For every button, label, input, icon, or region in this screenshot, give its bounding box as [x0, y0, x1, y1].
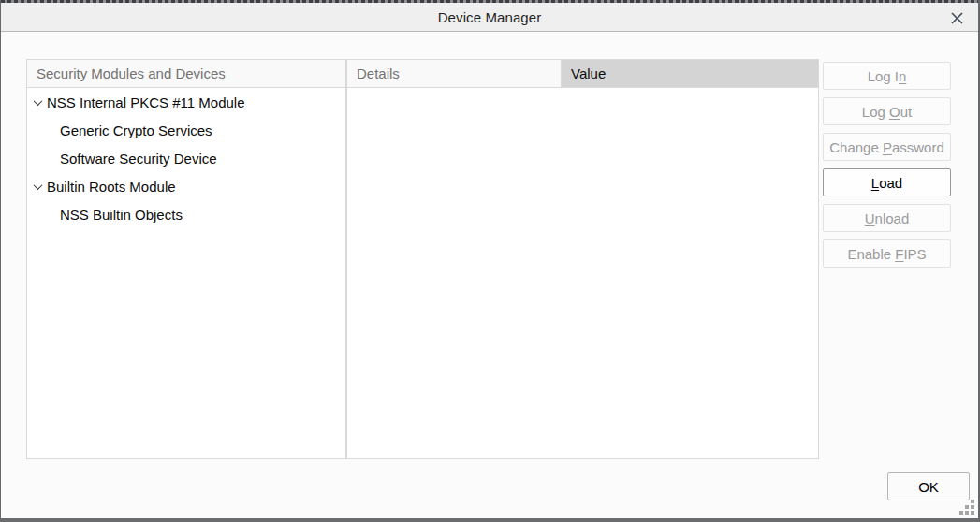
unload-button[interactable]: Unload: [823, 204, 951, 232]
close-button[interactable]: [943, 5, 971, 31]
tree-item-nss-internal-pkcs-11-module[interactable]: NSS Internal PKCS #11 Module: [27, 88, 345, 116]
column-header-value[interactable]: Value: [562, 60, 818, 87]
chevron-down-icon[interactable]: [34, 96, 43, 106]
log-out-button[interactable]: Log Out: [823, 97, 951, 125]
window-title: Device Manager: [438, 9, 542, 25]
close-icon: [951, 12, 963, 24]
tree-item-label: Software Security Device: [60, 151, 217, 167]
log-in-button[interactable]: Log In: [823, 62, 951, 90]
tree-item-label: NSS Builtin Objects: [60, 207, 183, 223]
device-manager-dialog: Device Manager Security Modules and Devi…: [0, 0, 980, 522]
enable-fips-button[interactable]: Enable FIPS: [823, 239, 951, 268]
details-header-row: Details Value: [347, 60, 818, 88]
tree-items: NSS Internal PKCS #11 ModuleGeneric Cryp…: [27, 88, 345, 228]
details-panel: Details Value: [346, 59, 819, 459]
tree-item-label: NSS Internal PKCS #11 Module: [47, 94, 245, 110]
chevron-down-icon[interactable]: [34, 181, 43, 190]
column-header-details[interactable]: Details: [347, 60, 562, 87]
column-header-security-modules[interactable]: Security Modules and Devices: [27, 60, 345, 87]
titlebar[interactable]: Device Manager: [1, 3, 978, 32]
tree-item-label: Generic Crypto Services: [60, 123, 212, 138]
side-button-column: Log InLog OutChange PasswordLoadUnloadEn…: [823, 62, 951, 275]
ok-button[interactable]: OK: [887, 472, 970, 500]
tree-item-builtin-roots-module[interactable]: Builtin Roots Module: [27, 172, 345, 200]
change-password-button[interactable]: Change Password: [823, 133, 951, 161]
load-button[interactable]: Load: [823, 168, 951, 196]
tree-item-label: Builtin Roots Module: [47, 179, 176, 195]
tree-item-nss-builtin-objects[interactable]: NSS Builtin Objects: [27, 200, 345, 228]
security-modules-tree-panel: Security Modules and Devices NSS Interna…: [26, 59, 346, 459]
resize-grip-icon[interactable]: [958, 500, 974, 516]
tree-item-software-security-device[interactable]: Software Security Device: [27, 144, 345, 172]
tree-item-generic-crypto-services[interactable]: Generic Crypto Services: [27, 116, 345, 144]
tree-header-row: Security Modules and Devices: [27, 60, 345, 88]
